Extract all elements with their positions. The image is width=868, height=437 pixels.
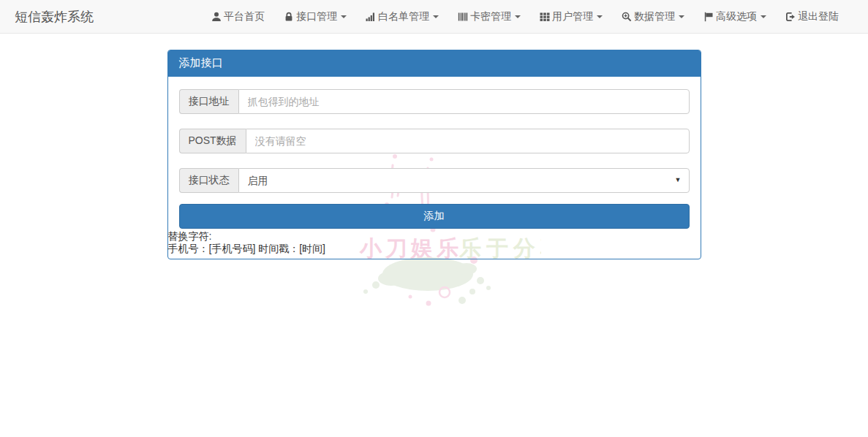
form-row-interface-status: 接口状态 启用 ▼ (179, 168, 690, 193)
caret-down-icon (679, 15, 684, 18)
form-row-post-data: POST数据 (179, 129, 690, 153)
nav-item-user-mgmt[interactable]: 用户管理 (530, 0, 612, 34)
nav-item-label: 卡密管理 (470, 10, 511, 23)
caret-down-icon (597, 15, 603, 18)
nav-item-label: 接口管理 (296, 10, 337, 23)
main-content: 添加接口 接口地址 POST数据 接口状态 启用 ▼ 添加 (167, 50, 701, 259)
grid-icon (540, 12, 550, 22)
interface-url-label: 接口地址 (179, 89, 238, 114)
post-data-label: POST数据 (179, 129, 246, 153)
notes-line-1: 替换字符: (168, 230, 690, 243)
form-row-interface-url: 接口地址 (179, 89, 690, 114)
interface-url-input[interactable] (238, 89, 690, 114)
nav-item-label: 数据管理 (634, 10, 675, 23)
nav-item-label: 白名单管理 (378, 10, 429, 23)
replacement-notes: 替换字符: 手机号：[手机号码] 时间戳：[时间] (168, 230, 690, 259)
interface-status-select-wrap: 启用 ▼ (238, 168, 690, 193)
caret-down-icon (341, 15, 347, 18)
nav-item-logout[interactable]: 退出登陆 (776, 0, 848, 34)
panel-title: 添加接口 (168, 50, 701, 77)
panel-body: 接口地址 POST数据 接口状态 启用 ▼ 添加 替换字符: 手机号：[ (168, 77, 701, 259)
interface-status-select[interactable]: 启用 (238, 168, 690, 193)
main-menu: 平台首页 接口管理 白名单管理 (202, 0, 848, 34)
signal-bars-icon (366, 12, 376, 22)
add-button[interactable]: 添加 (179, 204, 690, 229)
nav-item-advanced-options[interactable]: 高级选项 (694, 0, 776, 34)
nav-item-label: 高级选项 (716, 10, 757, 23)
notes-line-2: 手机号：[手机号码] 时间戳：[时间] (168, 243, 690, 255)
nav-item-data-mgmt[interactable]: 数据管理 (612, 0, 694, 34)
caret-down-icon (433, 15, 439, 18)
nav-item-label: 用户管理 (552, 10, 593, 23)
nav-item-label: 平台首页 (224, 10, 265, 23)
barcode-icon (458, 12, 468, 22)
interface-status-label: 接口状态 (179, 168, 238, 193)
add-interface-panel: 添加接口 接口地址 POST数据 接口状态 启用 ▼ 添加 (167, 50, 701, 259)
app-brand[interactable]: 短信轰炸系统 (15, 8, 94, 26)
caret-down-icon (761, 15, 766, 18)
search-plus-icon (622, 12, 632, 22)
nav-item-home[interactable]: 平台首页 (202, 0, 274, 34)
nav-item-interface-mgmt[interactable]: 接口管理 (274, 0, 356, 34)
post-data-input[interactable] (246, 129, 690, 153)
nav-item-whitelist-mgmt[interactable]: 白名单管理 (356, 0, 448, 34)
caret-down-icon (515, 15, 521, 18)
top-navbar: 短信轰炸系统 平台首页 接口管理 (0, 0, 868, 34)
user-icon (211, 12, 222, 22)
flag-icon (703, 12, 714, 22)
sign-out-icon (785, 12, 796, 22)
lock-icon (284, 12, 294, 22)
nav-item-card-key-mgmt[interactable]: 卡密管理 (448, 0, 530, 34)
nav-item-label: 退出登陆 (798, 10, 839, 23)
